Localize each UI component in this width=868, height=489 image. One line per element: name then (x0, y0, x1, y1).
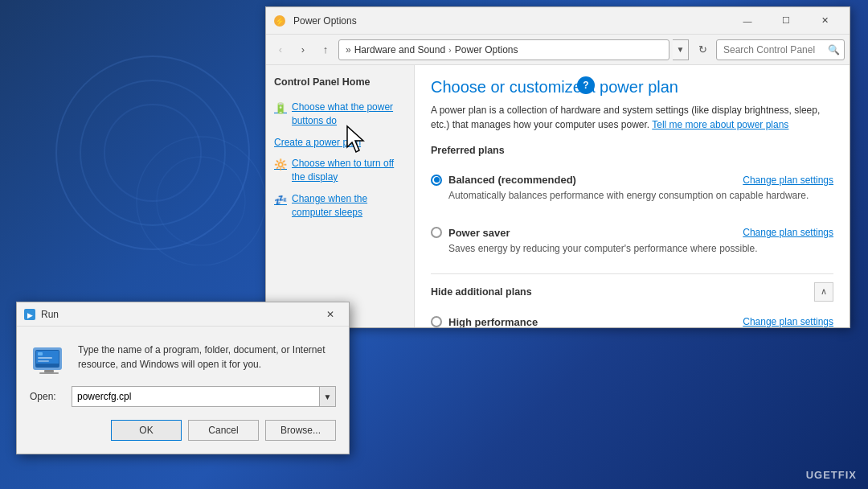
plan-high-perf-label[interactable]: High performance (431, 316, 538, 327)
plan-balanced-header: Balanced (recommended) Change plan setti… (431, 174, 833, 186)
path-icon: » (346, 44, 351, 55)
svg-rect-14 (38, 357, 52, 359)
run-description: Type the name of a program, folder, docu… (78, 339, 336, 372)
search-input[interactable] (716, 39, 845, 60)
balanced-name: Balanced (recommended) (448, 174, 576, 186)
plan-balanced-label[interactable]: Balanced (recommended) (431, 174, 576, 186)
display-icon: 🔆 (274, 158, 287, 171)
power-saver-description: Saves energy by reducing your computer's… (448, 242, 833, 256)
run-open-label: Open: (30, 391, 65, 402)
run-dialog: ▶ Run ✕ Type the name of a progr (16, 302, 350, 454)
high-performance-change-link[interactable]: Change plan settings (743, 316, 833, 327)
run-dialog-buttons: OK Cancel Browse... (30, 420, 336, 441)
address-dropdown-button[interactable]: ▼ (673, 39, 689, 60)
hide-plans-header: Hide additional plans ∧ (431, 282, 833, 302)
plan-item-balanced: Balanced (recommended) Change plan setti… (431, 167, 833, 209)
svg-point-2 (104, 105, 201, 201)
run-input-dropdown[interactable]: ▼ (320, 386, 336, 407)
run-close-button[interactable]: ✕ (318, 304, 342, 325)
balanced-radio[interactable] (431, 175, 442, 186)
breadcrumb-hardware: Hardware and Sound (354, 44, 445, 55)
sidebar-create-plan-label: Create a power plan (274, 136, 406, 150)
search-icon: 🔍 (828, 44, 840, 55)
learn-more-link[interactable]: Tell me more about power plans (652, 119, 788, 130)
sidebar-item-display-off[interactable]: 🔆 Choose when to turn off the display (274, 157, 406, 184)
power-window-icon: ⚡ (272, 14, 287, 28)
run-dialog-body: Type the name of a program, folder, docu… (17, 327, 349, 454)
run-dialog-icon: ▶ (23, 308, 36, 321)
preferred-plans-header: Preferred plans (431, 145, 833, 159)
high-performance-radio[interactable] (431, 316, 442, 327)
window-content: Control Panel Home 🔋 Choose what the pow… (266, 65, 850, 327)
up-button[interactable]: ↑ (316, 40, 335, 60)
svg-text:▶: ▶ (27, 311, 33, 319)
power-saver-radio[interactable] (431, 227, 442, 238)
window-titlebar: ⚡ Power Options — ☐ ✕ (266, 7, 850, 35)
close-button[interactable]: ✕ (806, 9, 843, 33)
ok-button[interactable]: OK (111, 420, 182, 441)
sidebar-sleep-label: Change when the computer sleeps (292, 192, 406, 220)
watermark: UGETFIX (806, 469, 857, 481)
divider (431, 273, 833, 274)
hide-plans-label: Hide additional plans (431, 286, 532, 298)
svg-rect-15 (38, 360, 49, 362)
run-titlebar: ▶ Run ✕ (17, 302, 349, 327)
window-controls: — ☐ ✕ (729, 9, 843, 33)
breadcrumb-power: Power Options (455, 44, 518, 55)
high-performance-name: High performance (448, 316, 538, 327)
run-input-wrapper: ▼ (72, 386, 336, 407)
sidebar: Control Panel Home 🔋 Choose what the pow… (266, 65, 415, 327)
search-wrapper: 🔍 (716, 39, 845, 60)
forward-button[interactable]: › (293, 40, 313, 60)
sidebar-home-link[interactable]: Control Panel Home (274, 75, 406, 89)
run-open-row: Open: ▼ (30, 386, 336, 407)
run-icon-box (30, 339, 68, 378)
run-open-input[interactable] (72, 386, 320, 407)
run-dialog-title: Run (41, 309, 318, 320)
plan-saver-label[interactable]: Power saver (431, 227, 510, 239)
cancel-button[interactable]: Cancel (188, 420, 259, 441)
address-bar: ‹ › ↑ » Hardware and Sound › Power Optio… (266, 35, 850, 65)
plan-saver-header: Power saver Change plan settings (431, 227, 833, 239)
plan-item-power-saver: Power saver Change plan settings Saves e… (431, 220, 833, 262)
balanced-change-link[interactable]: Change plan settings (743, 175, 833, 186)
svg-point-3 (137, 137, 265, 265)
svg-point-0 (56, 56, 249, 249)
svg-rect-13 (38, 352, 43, 355)
power-saver-name: Power saver (448, 227, 510, 239)
browse-button[interactable]: Browse... (265, 420, 336, 441)
power-saver-change-link[interactable]: Change plan settings (743, 227, 833, 238)
svg-text:⚡: ⚡ (275, 16, 285, 27)
power-options-window: ⚡ Power Options — ☐ ✕ ‹ › ↑ » Hardware a… (265, 6, 850, 328)
window-title: Power Options (293, 15, 729, 27)
balanced-description: Automatically balances performance with … (448, 189, 833, 203)
back-button[interactable]: ‹ (271, 40, 290, 60)
sidebar-item-power-buttons[interactable]: 🔋 Choose what the power buttons do (274, 101, 406, 128)
sidebar-item-create-plan[interactable]: Create a power plan (274, 136, 406, 150)
sleep-icon: 💤 (274, 193, 287, 206)
main-title: Choose or customize a power plan (431, 78, 833, 97)
minimize-button[interactable]: — (729, 9, 766, 33)
svg-point-4 (157, 157, 245, 245)
svg-rect-16 (44, 370, 54, 372)
help-button[interactable]: ? (577, 76, 595, 94)
breadcrumb-separator: › (448, 45, 452, 55)
main-panel: Choose or customize a power plan A power… (415, 65, 850, 327)
sidebar-power-buttons-label: Choose what the power buttons do (292, 101, 406, 128)
plan-item-high-performance: High performance Change plan settings Fa… (431, 310, 833, 327)
sidebar-item-sleep[interactable]: 💤 Change when the computer sleeps (274, 192, 406, 220)
main-description: A power plan is a collection of hardware… (431, 103, 833, 132)
plan-high-perf-header: High performance Change plan settings (431, 316, 833, 327)
collapse-button[interactable]: ∧ (814, 282, 833, 302)
svg-point-1 (80, 80, 225, 225)
maximize-button[interactable]: ☐ (768, 9, 805, 33)
refresh-button[interactable]: ↻ (692, 39, 713, 60)
sidebar-display-off-label: Choose when to turn off the display (292, 157, 406, 184)
svg-rect-17 (39, 372, 59, 374)
address-path[interactable]: » Hardware and Sound › Power Options (338, 39, 669, 60)
run-top-section: Type the name of a program, folder, docu… (30, 339, 336, 378)
power-buttons-icon: 🔋 (274, 101, 287, 114)
